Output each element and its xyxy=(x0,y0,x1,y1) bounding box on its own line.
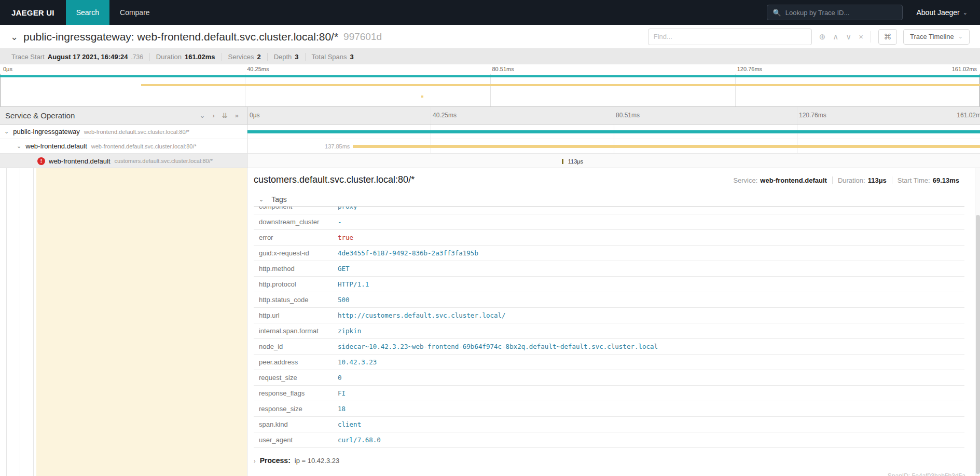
chevron-down-icon: ⌄ xyxy=(958,33,963,40)
service-operation-header: Service & Operation xyxy=(5,111,200,120)
clear-find-icon[interactable]: × xyxy=(859,32,863,41)
about-jaeger-menu[interactable]: About Jaeger ⌄ xyxy=(916,8,968,17)
tick-label: 161.02ms xyxy=(957,112,980,119)
tag-row: response_flags FI xyxy=(254,386,964,401)
detail-scrollbar[interactable] xyxy=(975,168,980,476)
detail-service: Service:web-frontend.default xyxy=(728,176,832,184)
trace-total-spans: Total Spans 3 xyxy=(305,53,360,61)
span-row-3-selected: ! web-frontend.default customers.default… xyxy=(0,154,980,168)
tag-row: http.protocol HTTP/1.1 xyxy=(254,277,964,292)
tag-row: peer.address 10.42.3.23 xyxy=(254,355,964,370)
process-value: ip = 10.42.3.23 xyxy=(295,457,339,465)
trace-title: public-ingressgateway: web-frontend.defa… xyxy=(23,31,338,43)
span-id: SpanID: 5e4af03bab5b3d5a xyxy=(888,472,965,476)
minimap-left-scrubber[interactable] xyxy=(1,74,1,106)
tag-row: http.method GET xyxy=(254,261,964,277)
tick-label: 120.76ms xyxy=(737,66,762,72)
tag-row: downstream_cluster - xyxy=(254,214,964,230)
trace-id-lookup[interactable]: 🔍 xyxy=(767,5,903,20)
tag-row: node_id sidecar~10.42.3.23~web-frontend-… xyxy=(254,339,964,355)
tag-row: span.kind client xyxy=(254,417,964,432)
tags-accordion-toggle[interactable]: ⌄ Tags xyxy=(254,194,964,207)
tag-row: http.url http://customers.default.svc.cl… xyxy=(254,308,964,323)
find-next-icon[interactable]: ∨ xyxy=(846,32,851,42)
span-bar[interactable] xyxy=(562,159,563,164)
span-row-1: ⌄ public-ingressgateway web-frontend.def… xyxy=(0,125,980,139)
tag-row: guid:x-request-id 4de3455f-6187-9492-836… xyxy=(254,246,964,261)
tag-row: response_size 18 xyxy=(254,401,964,417)
span-timeline-cell[interactable]: 113μs xyxy=(247,154,980,168)
tag-row: component proxy xyxy=(254,207,964,214)
span-detail-indent xyxy=(0,168,247,476)
trace-duration: Duration 161.02ms xyxy=(149,53,222,61)
timeline-header: Service & Operation ⌄ › ⇊ » 0μs 40.25ms … xyxy=(0,107,980,125)
expand-one-icon[interactable]: › xyxy=(213,112,215,119)
span-name-cell[interactable]: ! web-frontend.default customers.default… xyxy=(0,154,247,168)
plus-circle-icon[interactable]: ⊕ xyxy=(819,32,826,42)
trace-minimap[interactable] xyxy=(0,74,980,107)
trace-start: Trace Start August 17 2021, 16:49:24.736 xyxy=(5,53,149,61)
top-navbar: JAEGER UI Search Compare 🔍 About Jaeger … xyxy=(0,0,980,25)
span-operation-name: web-frontend.default.svc.cluster.local:8… xyxy=(91,143,197,149)
minimap-span-bar-3 xyxy=(421,96,423,98)
process-accordion-toggle[interactable]: › Process: ip = 10.42.3.23 xyxy=(254,456,964,465)
tick-label: 40.25ms xyxy=(433,112,457,119)
trace-header: ⌄ public-ingressgateway: web-frontend.de… xyxy=(0,25,980,49)
detail-start-time: Start Time:69.13ms xyxy=(892,176,964,184)
span-detail-row: customers.default.svc.cluster.local:80/*… xyxy=(0,168,980,476)
span-timeline-cell[interactable]: 137.85ms xyxy=(247,139,980,154)
tick-label: 80.51ms xyxy=(492,66,514,72)
tag-row: http.status_code 500 xyxy=(254,292,964,308)
collapse-one-icon[interactable]: ⌄ xyxy=(200,112,205,119)
tags-table: component proxy downstream_cluster - err… xyxy=(254,207,964,448)
span-service-name: web-frontend.default xyxy=(25,142,87,150)
error-icon: ! xyxy=(37,157,45,165)
collapse-trace-chevron-icon[interactable]: ⌄ xyxy=(10,31,18,43)
trace-id-short: 997601d xyxy=(343,31,382,43)
span-operation-name: web-frontend.default.svc.cluster.local:8… xyxy=(84,129,189,135)
scrollbar-thumb[interactable] xyxy=(976,215,980,474)
tick-label: 161.02ms xyxy=(952,66,977,72)
tick-label: 40.25ms xyxy=(247,66,269,72)
tag-row: request_size 0 xyxy=(254,370,964,386)
search-icon: 🔍 xyxy=(772,9,781,17)
span-duration-label: 113μs xyxy=(568,158,583,165)
span-timeline-cell[interactable] xyxy=(247,125,980,139)
span-operation-name: customers.default.svc.cluster.local:80/* xyxy=(115,158,213,164)
chevron-right-icon: › xyxy=(254,458,256,464)
tick-label: 0μs xyxy=(250,112,260,119)
tag-row: internal.span.format zipkin xyxy=(254,323,964,339)
tick-label: 120.76ms xyxy=(799,112,826,119)
minimap-tick-labels: 0μs 40.25ms 80.51ms 120.76ms 161.02ms xyxy=(0,64,980,74)
span-duration-label: 137.85ms xyxy=(325,143,350,149)
span-row-2: ⌄ web-frontend.default web-frontend.defa… xyxy=(0,139,980,154)
span-bar[interactable] xyxy=(353,145,980,148)
tick-label: 80.51ms xyxy=(616,112,640,119)
tag-row: error true xyxy=(254,230,964,246)
trace-summary-bar: Trace Start August 17 2021, 16:49:24.736… xyxy=(0,49,980,64)
span-rows: ⌄ public-ingressgateway web-frontend.def… xyxy=(0,125,980,168)
nav-tab-compare[interactable]: Compare xyxy=(109,0,160,25)
span-bar[interactable] xyxy=(247,130,980,133)
trace-id-lookup-input[interactable] xyxy=(785,9,898,17)
minimap-span-bar-1 xyxy=(0,75,980,77)
trace-services: Services 2 xyxy=(222,53,267,61)
chevron-down-icon[interactable]: ⌄ xyxy=(17,143,21,149)
span-color-fill xyxy=(36,168,247,476)
chevron-down-icon: ⌄ xyxy=(259,196,264,203)
find-prev-icon[interactable]: ∧ xyxy=(833,32,838,42)
collapse-all-icon[interactable]: ⇊ xyxy=(222,112,228,119)
chevron-down-icon: ⌄ xyxy=(963,9,968,16)
about-jaeger-label: About Jaeger xyxy=(916,8,959,17)
trace-view-selector[interactable]: Trace Timeline ⌄ xyxy=(903,29,970,45)
expand-all-icon[interactable]: » xyxy=(235,112,239,119)
find-input[interactable] xyxy=(648,29,812,45)
chevron-down-icon[interactable]: ⌄ xyxy=(4,128,9,135)
span-name-cell[interactable]: ⌄ web-frontend.default web-frontend.defa… xyxy=(0,139,247,154)
span-service-name: web-frontend.default xyxy=(49,157,111,165)
nav-tab-search[interactable]: Search xyxy=(66,0,109,25)
divider xyxy=(871,31,871,43)
keyboard-shortcuts-button[interactable]: ⌘ xyxy=(878,29,897,45)
detail-operation-name: customers.default.svc.cluster.local:80/* xyxy=(254,174,728,185)
span-name-cell[interactable]: ⌄ public-ingressgateway web-frontend.def… xyxy=(0,125,247,139)
